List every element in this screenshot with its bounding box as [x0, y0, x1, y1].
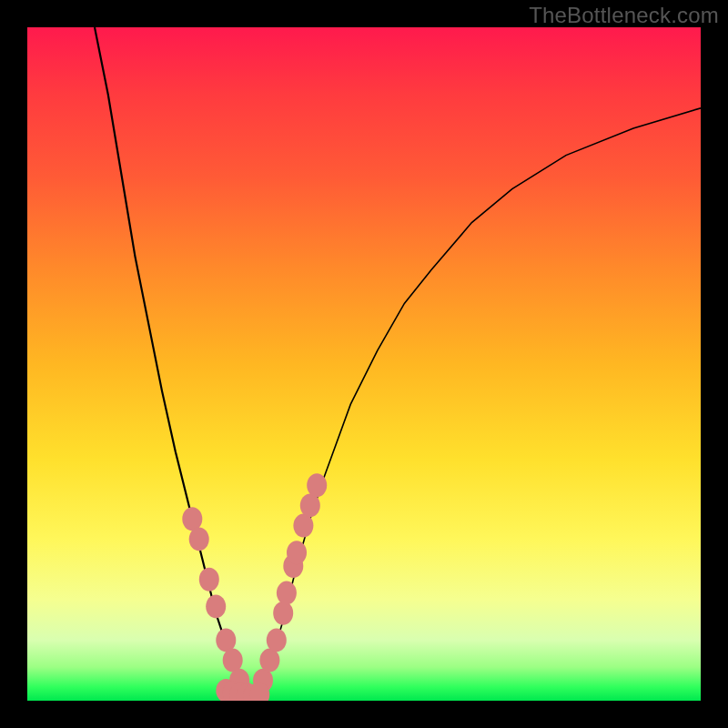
data-marker: [259, 649, 279, 672]
curve-layer: [27, 27, 701, 701]
data-marker: [206, 594, 226, 618]
data-marker: [273, 602, 293, 625]
data-marker: [223, 649, 243, 672]
data-marker: [293, 514, 313, 538]
data-marker: [189, 527, 209, 551]
plot-area: [27, 27, 701, 701]
data-marker: [267, 628, 287, 652]
data-marker: [199, 568, 219, 592]
data-marker: [182, 507, 202, 531]
right-curve: [257, 108, 701, 701]
data-marker: [287, 541, 307, 564]
data-marker: [300, 493, 320, 517]
watermark-text: TheBottleneck.com: [529, 3, 719, 28]
left-curve: [95, 27, 257, 701]
chart-frame: TheBottleneck.com: [0, 0, 728, 728]
data-marker: [307, 473, 327, 497]
data-marker: [216, 628, 236, 652]
marker-group: [182, 473, 327, 701]
data-marker: [277, 581, 297, 605]
